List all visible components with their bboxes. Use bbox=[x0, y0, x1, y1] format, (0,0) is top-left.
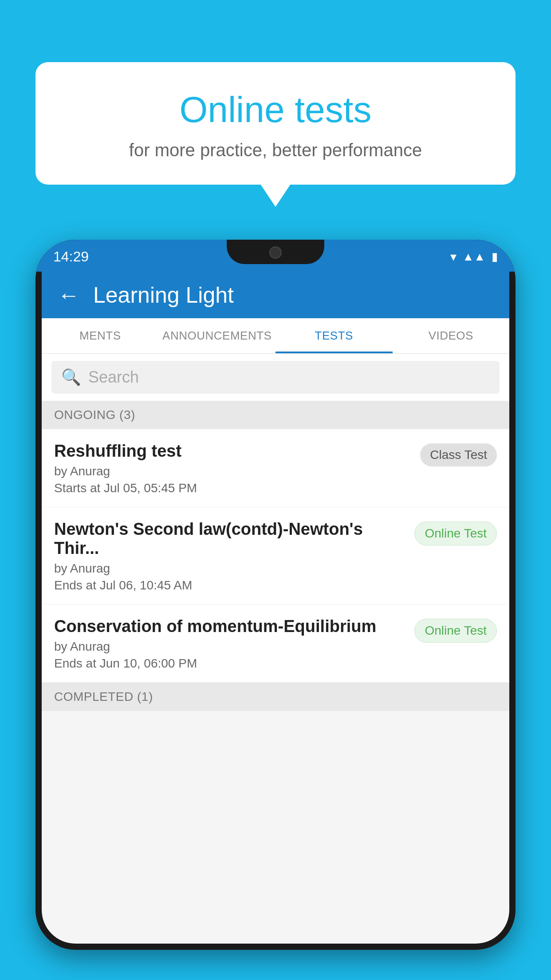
phone-frame: 14:29 ▾ ▲▲ ▮ ← Learning Light MENTS ANNO… bbox=[35, 240, 516, 950]
bubble-title: Online tests bbox=[67, 89, 484, 130]
test-name: Reshuffling test bbox=[54, 442, 411, 461]
test-item[interactable]: Conservation of momentum-Equilibrium by … bbox=[42, 605, 509, 683]
back-button[interactable]: ← bbox=[58, 282, 80, 308]
ongoing-section-header: ONGOING (3) bbox=[42, 401, 509, 429]
bubble-subtitle: for more practice, better performance bbox=[67, 140, 484, 160]
test-badge-class: Class Test bbox=[420, 443, 497, 466]
promo-bubble: Online tests for more practice, better p… bbox=[35, 62, 516, 185]
test-info: Newton's Second law(contd)-Newton's Thir… bbox=[54, 520, 405, 593]
test-badge-online: Online Test bbox=[414, 619, 497, 643]
status-time: 14:29 bbox=[53, 246, 89, 265]
test-info: Reshuffling test by Anurag Starts at Jul… bbox=[54, 442, 411, 495]
test-author: by Anurag bbox=[54, 561, 405, 576]
tests-list: Reshuffling test by Anurag Starts at Jul… bbox=[42, 429, 509, 683]
search-container: 🔍 Search bbox=[42, 354, 509, 401]
signal-icon: ▲▲ bbox=[463, 250, 485, 264]
tab-videos[interactable]: VIDEOS bbox=[393, 318, 510, 353]
completed-section-header: COMPLETED (1) bbox=[42, 683, 509, 711]
test-item[interactable]: Newton's Second law(contd)-Newton's Thir… bbox=[42, 507, 509, 605]
test-time: Starts at Jul 05, 05:45 PM bbox=[54, 481, 411, 495]
phone-container: 14:29 ▾ ▲▲ ▮ ← Learning Light MENTS ANNO… bbox=[35, 240, 516, 980]
completed-title: COMPLETED (1) bbox=[54, 690, 153, 703]
test-info: Conservation of momentum-Equilibrium by … bbox=[54, 617, 405, 671]
test-time: Ends at Jul 06, 10:45 AM bbox=[54, 578, 405, 593]
tab-announcements[interactable]: ANNOUNCEMENTS bbox=[159, 318, 276, 353]
test-author: by Anurag bbox=[54, 464, 411, 478]
test-name: Conservation of momentum-Equilibrium bbox=[54, 617, 405, 636]
search-icon: 🔍 bbox=[61, 368, 81, 387]
test-time: Ends at Jun 10, 06:00 PM bbox=[54, 656, 405, 671]
front-camera bbox=[269, 246, 282, 259]
test-item[interactable]: Reshuffling test by Anurag Starts at Jul… bbox=[42, 429, 509, 507]
search-bar[interactable]: 🔍 Search bbox=[51, 361, 500, 394]
tab-ments[interactable]: MENTS bbox=[42, 318, 159, 353]
ongoing-title: ONGOING (3) bbox=[54, 408, 135, 422]
phone-notch bbox=[227, 240, 324, 264]
app-screen: ← Learning Light MENTS ANNOUNCEMENTS TES… bbox=[42, 272, 509, 944]
status-icons: ▾ ▲▲ ▮ bbox=[450, 247, 498, 264]
test-name: Newton's Second law(contd)-Newton's Thir… bbox=[54, 520, 405, 558]
search-input[interactable]: Search bbox=[88, 368, 139, 387]
battery-icon: ▮ bbox=[492, 250, 498, 264]
test-author: by Anurag bbox=[54, 640, 405, 654]
test-badge-online: Online Test bbox=[414, 522, 497, 545]
app-header: ← Learning Light bbox=[42, 272, 509, 318]
tabs-bar: MENTS ANNOUNCEMENTS TESTS VIDEOS bbox=[42, 318, 509, 354]
tab-tests[interactable]: TESTS bbox=[276, 318, 393, 353]
wifi-icon: ▾ bbox=[450, 249, 457, 264]
app-title: Learning Light bbox=[93, 282, 234, 308]
speech-bubble: Online tests for more practice, better p… bbox=[35, 62, 516, 185]
